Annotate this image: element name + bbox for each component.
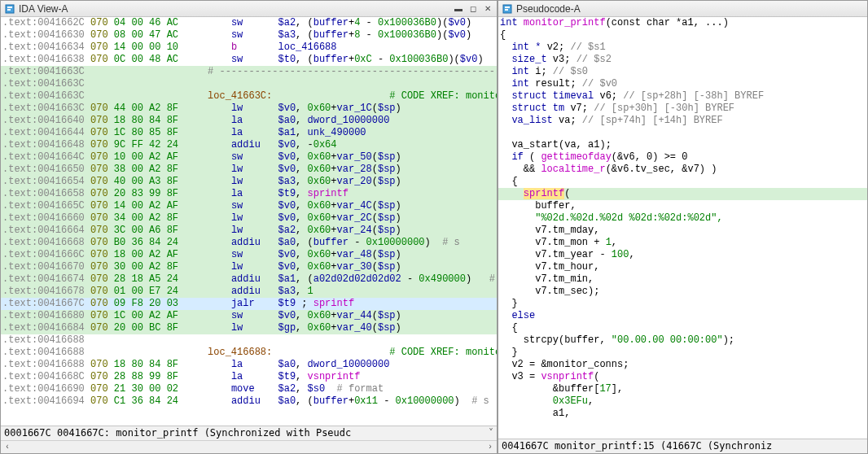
- asm-line[interactable]: .text:00416674 070 28 18 A5 24 addiu $a1…: [1, 273, 497, 286]
- scroll-right-icon[interactable]: ›: [484, 441, 497, 454]
- ida-view-titlebar[interactable]: IDA View-A ▬ ◻ ✕: [1, 1, 497, 17]
- pc-line[interactable]: {: [498, 322, 867, 334]
- pc-line[interactable]: [498, 127, 867, 139]
- pc-line[interactable]: a1,: [498, 408, 867, 420]
- minimize-icon[interactable]: ▬: [453, 3, 464, 15]
- pc-line[interactable]: strcpy(buffer, "00.00.00 00:00:00");: [498, 334, 867, 347]
- asm-line[interactable]: .text:00416654 070 40 00 A3 8F lw $a3, 0…: [1, 176, 497, 188]
- asm-line[interactable]: .text:00416678 070 01 00 E7 24 addiu $a3…: [1, 286, 497, 298]
- pc-vardecl[interactable]: size_t v3; // $s2: [498, 54, 867, 66]
- pc-line[interactable]: va_start(va, a1);: [498, 139, 867, 151]
- asm-line[interactable]: .text:00416680 070 1C 00 A2 AF sw $v0, 0…: [1, 310, 497, 322]
- asm-line[interactable]: .text:00416690 070 21 30 00 02 move $a2,…: [1, 383, 497, 395]
- asm-line[interactable]: .text:0041664C 070 10 00 A2 AF sw $v0, 0…: [1, 151, 497, 164]
- pseudocode-statusbar: 0041667C monitor_printf:15 (41667C (Sync…: [498, 439, 867, 453]
- pc-vardecl[interactable]: int result; // $v0: [498, 78, 867, 90]
- asm-line[interactable]: .text:0041663C: [1, 78, 497, 90]
- asm-line[interactable]: .text:00416650 070 38 00 A2 8F lw $v0, 0…: [1, 164, 497, 176]
- asm-line[interactable]: .text:0041663C 070 44 00 A2 8F lw $v0, 0…: [1, 103, 497, 115]
- pc-line[interactable]: }: [498, 347, 867, 359]
- asm-line[interactable]: .text:0041667C 070 09 F8 20 03 jalr $t9 …: [1, 298, 497, 310]
- pc-vardecl[interactable]: va_list va; // [sp+74h] [+14h] BYREF: [498, 115, 867, 127]
- horizontal-scrollbar[interactable]: ‹ ›: [1, 440, 497, 453]
- asm-line[interactable]: .text:00416688 070 18 80 84 8F la $a0, d…: [1, 359, 497, 371]
- svg-rect-1: [7, 7, 12, 8]
- pc-line[interactable]: && localtime_r(&v6.tv_sec, &v7) ): [498, 164, 867, 176]
- ida-view-title: IDA View-A: [19, 3, 449, 15]
- asm-line[interactable]: .text:00416660 070 34 00 A2 8F lw $v0, 0…: [1, 212, 497, 225]
- asm-line[interactable]: .text:00416630 070 08 00 47 AC sw $a3, (…: [1, 29, 497, 41]
- ida-view-pane: IDA View-A ▬ ◻ ✕ .text:0041662C 070 04 0…: [0, 0, 498, 454]
- asm-line[interactable]: .text:00416658 070 20 83 99 8F la $t9, s…: [1, 188, 497, 200]
- pc-line[interactable]: v7.tm_year - 100,: [498, 249, 867, 261]
- ida-status-text: 0001667C 0041667C: monitor_printf (Synch…: [4, 427, 351, 439]
- pseudocode-app-icon: [502, 3, 513, 15]
- pc-line[interactable]: v2 = &monitor_conns;: [498, 359, 867, 371]
- pc-line[interactable]: }: [498, 298, 867, 310]
- pc-line[interactable]: {: [498, 176, 867, 188]
- pc-highlighted-call[interactable]: sprintf(: [498, 188, 867, 200]
- asm-line[interactable]: .text:00416664 070 3C 00 A6 8F lw $a2, 0…: [1, 225, 497, 237]
- asm-line[interactable]: .text:00416688 loc_416688: # CODE XREF: …: [1, 347, 497, 359]
- disassembly-listing[interactable]: .text:0041662C 070 04 00 46 AC sw $a2, (…: [1, 17, 497, 426]
- scroll-left-icon[interactable]: ‹: [1, 441, 14, 454]
- asm-line[interactable]: .text:00416634 070 14 00 00 10 b loc_416…: [1, 41, 497, 54]
- asm-line[interactable]: .text:00416638 070 0C 00 48 AC sw $t0, (…: [1, 54, 497, 66]
- pseudocode-pane: Pseudocode-A int monitor_printf(const ch…: [498, 0, 868, 454]
- asm-line[interactable]: .text:0041665C 070 14 00 A2 AF sw $v0, 0…: [1, 200, 497, 212]
- pseudocode-status-text: 0041667C monitor_printf:15 (41667C (Sync…: [502, 440, 772, 452]
- svg-rect-2: [7, 9, 11, 11]
- asm-line[interactable]: .text:00416648 070 9C FF 42 24 addiu $v0…: [1, 139, 497, 151]
- pc-line[interactable]: {: [498, 29, 867, 41]
- asm-line[interactable]: .text:00416688: [1, 334, 497, 347]
- pseudocode-title: Pseudocode-A: [516, 3, 864, 15]
- pc-decl[interactable]: int monitor_printf(const char *a1, ...): [498, 17, 867, 29]
- pc-vardecl[interactable]: int * v2; // $s1: [498, 41, 867, 54]
- pc-vardecl[interactable]: struct tm v7; // [sp+30h] [-30h] BYREF: [498, 103, 867, 115]
- asm-line[interactable]: .text:00416644 070 1C 80 85 8F la $a1, u…: [1, 127, 497, 139]
- asm-line[interactable]: .text:0041663C # -----------------------…: [1, 66, 497, 78]
- pc-line[interactable]: else: [498, 310, 867, 322]
- pseudocode-listing[interactable]: int monitor_printf(const char *a1, ...){…: [498, 17, 867, 439]
- pc-line[interactable]: v7.tm_min,: [498, 273, 867, 286]
- asm-line[interactable]: .text:00416668 070 B0 36 84 24 addiu $a0…: [1, 237, 497, 249]
- asm-line[interactable]: .text:00416640 070 18 80 84 8F la $a0, d…: [1, 115, 497, 127]
- pc-line[interactable]: v7.tm_mday,: [498, 225, 867, 237]
- pc-line[interactable]: v7.tm_sec);: [498, 286, 867, 298]
- ida-app-icon: [4, 3, 15, 15]
- asm-line[interactable]: .text:00416694 070 C1 36 84 24 addiu $a0…: [1, 395, 497, 408]
- svg-rect-4: [505, 7, 510, 8]
- asm-line[interactable]: .text:0041666C 070 18 00 A2 AF sw $v0, 0…: [1, 249, 497, 261]
- pseudocode-titlebar[interactable]: Pseudocode-A: [498, 1, 867, 17]
- pc-line[interactable]: v3 = vsnprintf(: [498, 371, 867, 383]
- close-icon[interactable]: ✕: [482, 3, 493, 15]
- svg-rect-5: [505, 9, 508, 11]
- pc-line[interactable]: 0x3EFu,: [498, 395, 867, 408]
- pc-line[interactable]: "%02d.%02d.%02d %02d:%02d:%02d",: [498, 212, 867, 225]
- ida-view-statusbar: 0001667C 0041667C: monitor_printf (Synch…: [1, 426, 497, 440]
- pc-line[interactable]: v7.tm_hour,: [498, 261, 867, 273]
- asm-line[interactable]: .text:0041668C 070 28 88 99 8F la $t9, v…: [1, 371, 497, 383]
- asm-line[interactable]: .text:0041663C loc_41663C: # CODE XREF: …: [1, 90, 497, 103]
- asm-line[interactable]: .text:00416684 070 20 00 BC 8F lw $gp, 0…: [1, 322, 497, 334]
- pc-line[interactable]: buffer,: [498, 200, 867, 212]
- pc-line[interactable]: &buffer[17],: [498, 383, 867, 395]
- pc-vardecl[interactable]: int i; // $s0: [498, 66, 867, 78]
- asm-line[interactable]: .text:0041662C 070 04 00 46 AC sw $a2, (…: [1, 17, 497, 29]
- asm-line[interactable]: .text:00416670 070 30 00 A2 8F lw $v0, 0…: [1, 261, 497, 273]
- split-container: IDA View-A ▬ ◻ ✕ .text:0041662C 070 04 0…: [0, 0, 868, 454]
- pc-line[interactable]: v7.tm_mon + 1,: [498, 237, 867, 249]
- maximize-icon[interactable]: ◻: [467, 3, 479, 15]
- scroll-down-icon[interactable]: ˅: [489, 427, 493, 439]
- pc-line[interactable]: if ( gettimeofday(&v6, 0) >= 0: [498, 151, 867, 164]
- pc-vardecl[interactable]: struct timeval v6; // [sp+28h] [-38h] BY…: [498, 90, 867, 103]
